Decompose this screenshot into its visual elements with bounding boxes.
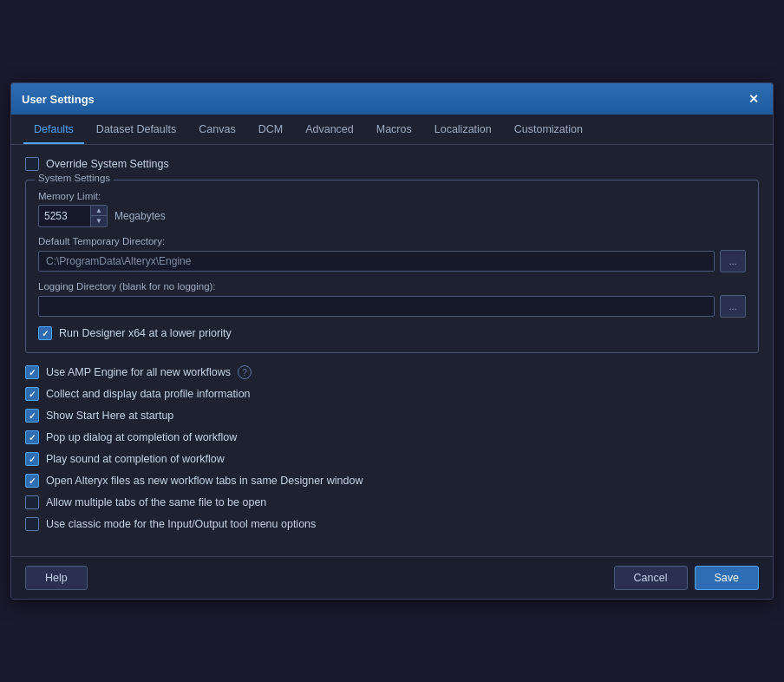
- checkbox-classic-mode: Use classic mode for the Input/Output to…: [25, 517, 759, 531]
- save-button[interactable]: Save: [695, 566, 760, 590]
- logging-dir-input[interactable]: [38, 296, 715, 317]
- checkbox-popup: Pop up dialog at completion of workflow: [25, 430, 759, 444]
- classic-mode-checkbox[interactable]: [25, 517, 39, 531]
- tab-localization[interactable]: Localization: [424, 115, 502, 144]
- system-settings-box: System Settings Memory Limit: ▲ ▼ Megaby…: [25, 180, 759, 353]
- content-area: Override System Settings System Settings…: [11, 145, 773, 548]
- amp-checkbox[interactable]: [25, 365, 39, 379]
- logging-dir-input-row: ...: [38, 295, 746, 318]
- checkbox-sound: Play sound at completion of workflow: [25, 452, 759, 466]
- spinner-up[interactable]: ▲: [91, 206, 107, 216]
- checkbox-amp: Use AMP Engine for all new workflows ?: [25, 365, 759, 379]
- user-settings-dialog: User Settings ✕ Defaults Dataset Default…: [10, 82, 774, 600]
- override-checkbox[interactable]: [25, 157, 39, 171]
- checkbox-multi-tabs: Allow multiple tabs of the same file to …: [25, 495, 759, 509]
- temp-dir-input[interactable]: [38, 251, 715, 272]
- multi-tabs-label[interactable]: Allow multiple tabs of the same file to …: [46, 496, 266, 508]
- logging-dir-browse-button[interactable]: ...: [720, 295, 746, 318]
- temp-dir-row: Default Temporary Directory: ...: [38, 236, 746, 272]
- tab-macros[interactable]: Macros: [366, 115, 422, 144]
- override-row: Override System Settings: [25, 157, 759, 171]
- classic-mode-label[interactable]: Use classic mode for the Input/Output to…: [46, 518, 316, 530]
- system-settings-legend: System Settings: [35, 173, 114, 183]
- help-button[interactable]: Help: [25, 566, 88, 590]
- temp-dir-input-row: ...: [38, 250, 746, 272]
- amp-help-icon[interactable]: ?: [238, 365, 252, 379]
- tab-dataset-defaults[interactable]: Dataset Defaults: [86, 115, 186, 144]
- sound-label[interactable]: Play sound at completion of workflow: [46, 453, 225, 465]
- amp-label[interactable]: Use AMP Engine for all new workflows: [46, 366, 231, 378]
- logging-dir-row: Logging Directory (blank for no logging)…: [38, 281, 746, 318]
- spinner-down[interactable]: ▼: [91, 216, 107, 226]
- memory-input-row: ▲ ▼ Megabytes: [38, 205, 746, 227]
- logging-dir-label: Logging Directory (blank for no logging)…: [38, 281, 746, 292]
- checkbox-open-tabs: Open Alteryx files as new workflow tabs …: [25, 474, 759, 488]
- open-tabs-label[interactable]: Open Alteryx files as new workflow tabs …: [46, 475, 363, 487]
- run-lower-row: Run Designer x64 at a lower priority: [38, 326, 746, 340]
- sound-checkbox[interactable]: [25, 452, 39, 466]
- spinner-buttons: ▲ ▼: [90, 206, 107, 226]
- memory-limit-row: Memory Limit: ▲ ▼ Megabytes: [38, 191, 746, 227]
- popup-checkbox[interactable]: [25, 430, 39, 444]
- tab-canvas[interactable]: Canvas: [188, 115, 245, 144]
- run-lower-label: Run Designer x64 at a lower priority: [59, 327, 232, 339]
- close-button[interactable]: ✕: [745, 90, 762, 108]
- tab-customization[interactable]: Customization: [504, 115, 593, 144]
- open-tabs-checkbox[interactable]: [25, 474, 39, 488]
- title-bar: User Settings ✕: [11, 83, 773, 115]
- memory-spinner[interactable]: ▲ ▼: [38, 205, 108, 227]
- run-lower-checkbox[interactable]: [38, 326, 52, 340]
- checkbox-collect: Collect and display data profile informa…: [25, 387, 759, 401]
- tab-advanced[interactable]: Advanced: [295, 115, 364, 144]
- dialog-title: User Settings: [22, 93, 95, 106]
- tab-bar: Defaults Dataset Defaults Canvas DCM Adv…: [11, 115, 773, 145]
- temp-dir-browse-button[interactable]: ...: [720, 250, 746, 272]
- popup-label[interactable]: Pop up dialog at completion of workflow: [46, 431, 237, 443]
- collect-label[interactable]: Collect and display data profile informa…: [46, 388, 251, 400]
- temp-dir-label: Default Temporary Directory:: [38, 236, 746, 246]
- checkboxes-section: Use AMP Engine for all new workflows ? C…: [25, 365, 759, 531]
- memory-limit-label: Memory Limit:: [38, 191, 746, 201]
- multi-tabs-checkbox[interactable]: [25, 495, 39, 509]
- megabytes-label: Megabytes: [114, 210, 166, 222]
- footer: Help Cancel Save: [11, 556, 773, 599]
- start-here-label[interactable]: Show Start Here at startup: [46, 410, 173, 422]
- collect-checkbox[interactable]: [25, 387, 39, 401]
- tab-defaults[interactable]: Defaults: [23, 115, 84, 144]
- cancel-button[interactable]: Cancel: [614, 566, 688, 590]
- start-here-checkbox[interactable]: [25, 409, 39, 423]
- footer-right: Cancel Save: [614, 566, 759, 590]
- checkbox-start-here: Show Start Here at startup: [25, 409, 759, 423]
- memory-input[interactable]: [39, 207, 90, 226]
- tab-dcm[interactable]: DCM: [248, 115, 293, 144]
- override-label: Override System Settings: [46, 158, 169, 170]
